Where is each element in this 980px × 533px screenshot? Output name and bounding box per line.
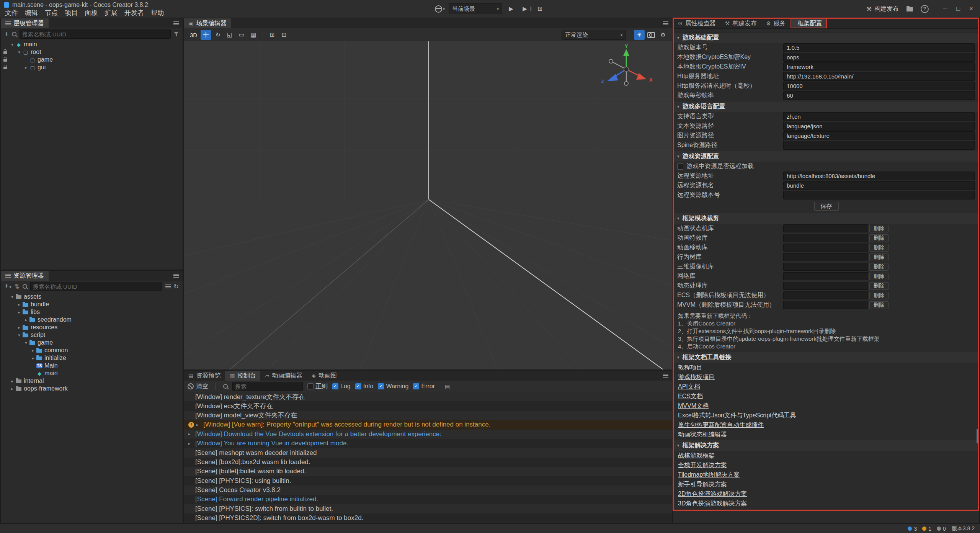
expand-icon[interactable]: ▾ (16, 333, 22, 338)
doc-link[interactable]: 2D角色扮演游戏解决方案 (673, 489, 979, 499)
log-row[interactable]: ! ▸ [Window] You are running Vue in deve… (184, 439, 672, 448)
move-tool-button[interactable] (201, 30, 211, 40)
doc-link[interactable]: 3D角色扮演游戏解决方案 (673, 499, 979, 508)
gizmo-tool-button[interactable]: ▦ (248, 30, 259, 40)
tree-row[interactable]: ▾ root (1, 48, 183, 56)
section-doc-links[interactable]: ▾ 框架文档工具链接 (673, 352, 979, 363)
section-solutions[interactable]: ▾ 框架解决方案 (673, 440, 979, 451)
console-search-input[interactable] (232, 382, 303, 391)
hierarchy-search-input[interactable] (20, 29, 171, 39)
tree-row[interactable]: ▾ script (1, 331, 183, 339)
tree-row[interactable]: ▸ resources (1, 324, 183, 331)
snap-grid-button[interactable]: ⊞ (267, 30, 278, 40)
log-row[interactable]: ! ▸ [Scene] [PHYSICS2D]: switch from box… (184, 513, 672, 523)
sort-icon[interactable] (165, 286, 171, 287)
expand-icon[interactable]: ▸ (16, 325, 22, 330)
section-basic-config[interactable]: ▾ 游戏基础配置 (673, 32, 979, 43)
create-asset-button[interactable]: +▾ (5, 283, 11, 291)
doc-link[interactable]: MVVM文档 (673, 401, 979, 410)
export-log-icon[interactable] (445, 383, 450, 389)
field-input[interactable] (783, 191, 975, 199)
doc-link[interactable]: ECS文档 (673, 391, 979, 401)
log-row[interactable]: ! ▸ [Window] Download the Vue Devtools e… (184, 430, 672, 439)
scrollbar-thumb[interactable] (977, 429, 979, 443)
panel-tab[interactable]: 控制台 (225, 371, 260, 381)
tree-row[interactable]: ▸ bundle (1, 301, 183, 308)
log-row[interactable]: ! ▸ [Window] [Vue warn]: Property "onInp… (184, 420, 672, 429)
tab-assets[interactable]: 资源管理器 (1, 271, 49, 281)
tree-row[interactable]: ▸ oops-framework (1, 385, 183, 392)
step-button[interactable]: ▶ (520, 4, 531, 14)
log-row[interactable]: ! ▸ [Scene] [PHYSICS]: switch from built… (184, 504, 672, 513)
panel-menu-icon[interactable] (173, 275, 179, 276)
tree-row[interactable]: main (1, 370, 183, 377)
tree-row[interactable]: ▾ assets (1, 293, 183, 301)
expand-icon[interactable]: ▸ (23, 317, 29, 322)
panel-menu-icon[interactable] (663, 23, 668, 24)
import-export-icon[interactable]: ⇅ (15, 283, 20, 290)
tree-row[interactable]: ▸ initialize (1, 354, 183, 362)
expand-icon[interactable]: ▸ (188, 441, 195, 446)
doc-link[interactable]: 动画状态机编辑器 (673, 430, 979, 439)
tab-scene-editor[interactable]: 场景编辑器 (184, 18, 231, 28)
doc-link[interactable]: 原生包热更新配置自动生成插件 (673, 420, 979, 430)
panel-menu-icon[interactable] (173, 23, 179, 24)
tree-row[interactable]: ▸ gui (1, 64, 183, 71)
delete-button[interactable]: 删除 (869, 292, 889, 299)
layout-grid-button[interactable]: ⊞ (535, 4, 545, 14)
field-input[interactable] (783, 131, 975, 140)
expand-icon[interactable]: ▾ (23, 340, 29, 345)
doc-link[interactable]: 新手引导解决方案 (673, 479, 979, 489)
menu-item[interactable]: 面板 (81, 8, 101, 18)
preview-platform-button[interactable]: ▾ (435, 5, 445, 13)
log-filter-checkbox[interactable]: Log (332, 383, 351, 390)
scene-light-toggle[interactable]: ☀ (634, 30, 645, 40)
field-input[interactable] (783, 141, 975, 150)
delete-button[interactable]: 删除 (869, 253, 889, 261)
menu-item[interactable]: 节点 (41, 8, 61, 18)
delete-button[interactable]: 删除 (869, 301, 889, 309)
add-node-button[interactable]: + (5, 31, 9, 38)
doc-link[interactable]: 全栈开发解决方案 (673, 460, 979, 470)
remote-load-checkbox[interactable] (677, 163, 683, 170)
snap-toggle-button[interactable]: ⊟ (279, 30, 289, 40)
delete-button[interactable]: 删除 (869, 244, 889, 252)
delete-button[interactable]: 删除 (869, 282, 889, 290)
scene-camera-button[interactable] (646, 30, 657, 40)
log-row[interactable]: ! ▸ [Scene] [box2d]:box2d wasm lib loade… (184, 458, 672, 467)
build-publish-button[interactable]: ⚒ 构建发布 (866, 5, 899, 13)
expand-icon[interactable]: ▸ (30, 356, 36, 361)
expand-icon[interactable]: ▸ (30, 348, 36, 353)
log-row[interactable]: ! ▸ [Scene] [bullet]:bullet wasm lib loa… (184, 467, 672, 476)
delete-button[interactable]: 删除 (869, 273, 889, 280)
section-resource-config[interactable]: ▾ 游戏资源配置 (673, 151, 979, 162)
log-filter-checkbox[interactable]: Error (413, 383, 435, 390)
doc-link[interactable]: Excel格式转Json文件与TypeScript代码工具 (673, 410, 979, 420)
rotate-tool-button[interactable]: ↻ (212, 30, 223, 40)
section-module-trim[interactable]: ▾ 框架模块裁剪 (673, 213, 979, 224)
delete-button[interactable]: 删除 (869, 234, 889, 242)
expand-icon[interactable]: ▾ (9, 294, 15, 299)
scale-tool-button[interactable]: ◱ (224, 30, 235, 40)
panel-tab[interactable]: 构建发布 (720, 18, 762, 28)
log-row[interactable]: ! ▸ [Window] render_texture文件夹不存在 (184, 392, 672, 401)
log-row[interactable]: ! ▸ [Scene] Cocos Creator v3.8.2 (184, 486, 672, 495)
tree-row[interactable]: game (1, 56, 183, 64)
log-filter-checkbox[interactable]: Warning (378, 383, 408, 390)
clear-console-button[interactable]: 清空 (188, 383, 208, 391)
menu-item[interactable]: 帮助 (147, 8, 167, 18)
panel-menu-icon[interactable] (663, 375, 668, 376)
log-row[interactable]: ! ▸ [Window] ecs文件夹不存在 (184, 401, 672, 410)
field-input[interactable] (783, 91, 975, 100)
scene-viewport[interactable]: Y X Z (184, 41, 672, 370)
tree-row[interactable]: Main (1, 362, 183, 370)
doc-link[interactable]: 战棋游戏框架 (673, 451, 979, 460)
filter-icon[interactable] (174, 32, 179, 36)
tree-row[interactable]: ▾ game (1, 339, 183, 347)
section-i18n-config[interactable]: ▾ 游戏多语言配置 (673, 101, 979, 112)
menu-item[interactable]: 项目 (61, 8, 81, 18)
regex-checkbox[interactable]: 正则 (307, 383, 328, 391)
expand-icon[interactable]: ▾ (16, 50, 22, 55)
save-button[interactable]: 保存 (814, 202, 839, 211)
field-input[interactable] (783, 181, 975, 190)
